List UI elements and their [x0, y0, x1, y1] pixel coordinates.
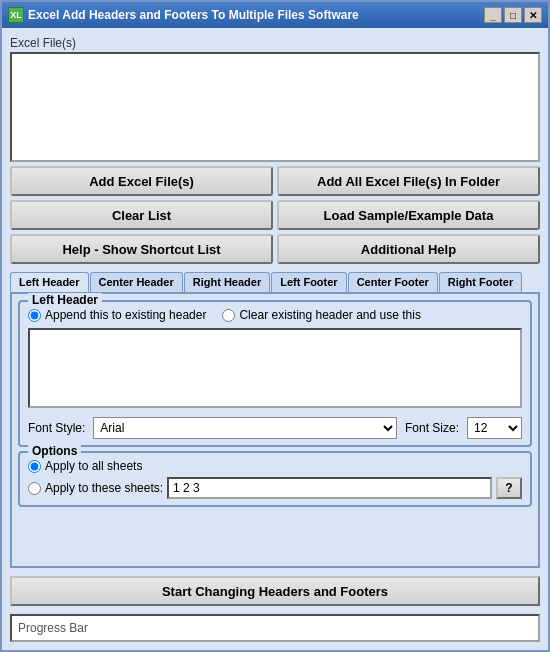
left-header-group: Left Header Append this to existing head…	[18, 300, 532, 447]
font-size-select[interactable]: 12	[467, 417, 522, 439]
append-radio-label[interactable]: Append this to existing header	[28, 308, 206, 322]
file-list-box	[10, 52, 540, 162]
file-list-label: Excel File(s)	[10, 36, 540, 50]
header-radio-row: Append this to existing header Clear exi…	[28, 308, 522, 322]
apply-all-text: Apply to all sheets	[45, 459, 142, 473]
add-buttons-row: Add Excel File(s) Add All Excel File(s) …	[10, 166, 540, 196]
maximize-button[interactable]: □	[504, 7, 522, 23]
add-folder-button[interactable]: Add All Excel File(s) In Folder	[277, 166, 540, 196]
font-style-select[interactable]: Arial	[93, 417, 397, 439]
tab-left-header[interactable]: Left Header	[10, 272, 89, 292]
close-button[interactable]: ✕	[524, 7, 542, 23]
tab-right-header[interactable]: Right Header	[184, 272, 270, 292]
apply-all-radio[interactable]	[28, 460, 41, 473]
append-radio-text: Append this to existing header	[45, 308, 206, 322]
tab-content: Left Header Append this to existing head…	[10, 292, 540, 568]
font-row: Font Style: Arial Font Size: 12	[28, 417, 522, 439]
apply-these-label[interactable]: Apply to these sheets:	[28, 481, 163, 495]
options-group: Options Apply to all sheets Apply to the…	[18, 451, 532, 507]
add-files-button[interactable]: Add Excel File(s)	[10, 166, 273, 196]
start-button[interactable]: Start Changing Headers and Footers	[10, 576, 540, 606]
file-list-section: Excel File(s)	[10, 36, 540, 162]
tab-center-footer[interactable]: Center Footer	[348, 272, 438, 292]
sheets-input[interactable]	[167, 477, 492, 499]
sheets-row: Apply to these sheets: ?	[28, 477, 522, 499]
window-controls: _ □ ✕	[484, 7, 542, 23]
header-text-area[interactable]	[28, 328, 522, 408]
window-title: Excel Add Headers and Footers To Multipl…	[28, 8, 359, 22]
apply-all-label[interactable]: Apply to all sheets	[28, 459, 522, 473]
main-window: XL Excel Add Headers and Footers To Mult…	[0, 0, 550, 652]
progress-label: Progress Bar	[18, 621, 88, 635]
options-legend: Options	[28, 444, 81, 458]
clear-radio[interactable]	[222, 309, 235, 322]
clear-radio-label[interactable]: Clear existing header and use this	[222, 308, 420, 322]
help-shortcut-button[interactable]: Help - Show Shortcut List	[10, 234, 273, 264]
sheets-help-button[interactable]: ?	[496, 477, 522, 499]
tab-right-footer[interactable]: Right Footer	[439, 272, 522, 292]
help-row: Help - Show Shortcut List Additional Hel…	[10, 234, 540, 264]
apply-these-radio[interactable]	[28, 482, 41, 495]
apply-these-text: Apply to these sheets:	[45, 481, 163, 495]
tab-center-header[interactable]: Center Header	[90, 272, 183, 292]
main-content: Excel File(s) Add Excel File(s) Add All …	[2, 28, 548, 650]
app-icon: XL	[8, 7, 24, 23]
load-sample-button[interactable]: Load Sample/Example Data	[277, 200, 540, 230]
title-bar: XL Excel Add Headers and Footers To Mult…	[2, 2, 548, 28]
progress-bar: Progress Bar	[10, 614, 540, 642]
clear-load-row: Clear List Load Sample/Example Data	[10, 200, 540, 230]
left-header-legend: Left Header	[28, 293, 102, 307]
font-size-label: Font Size:	[405, 421, 459, 435]
font-style-label: Font Style:	[28, 421, 85, 435]
clear-list-button[interactable]: Clear List	[10, 200, 273, 230]
tab-left-footer[interactable]: Left Footer	[271, 272, 346, 292]
minimize-button[interactable]: _	[484, 7, 502, 23]
additional-help-button[interactable]: Additional Help	[277, 234, 540, 264]
clear-radio-text: Clear existing header and use this	[239, 308, 420, 322]
tabs-container: Left Header Center Header Right Header L…	[10, 272, 540, 568]
tab-bar: Left Header Center Header Right Header L…	[10, 272, 540, 292]
append-radio[interactable]	[28, 309, 41, 322]
